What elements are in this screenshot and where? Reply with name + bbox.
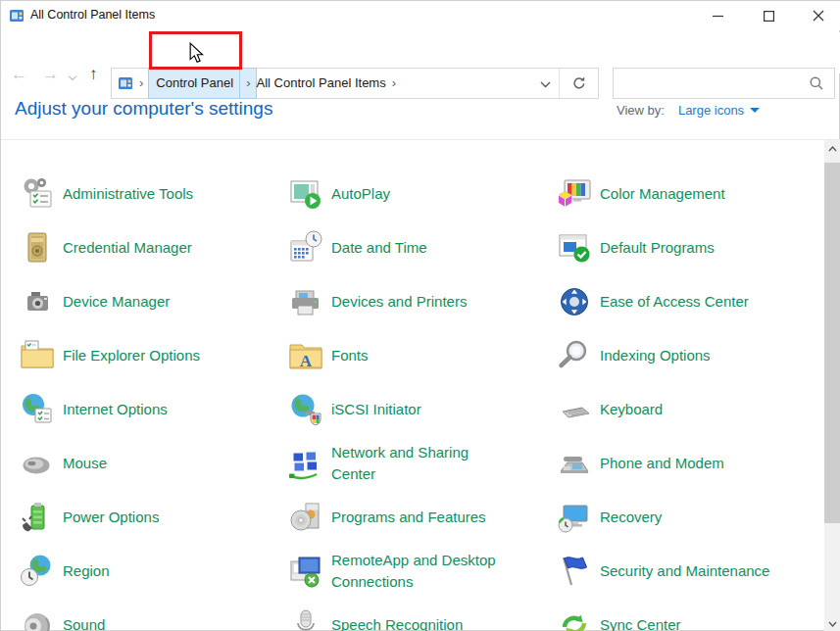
- item-label: AutoPlay: [331, 183, 390, 205]
- control-panel-item[interactable]: Default Programs: [556, 220, 824, 274]
- iscsi-initiator-icon: [287, 391, 324, 428]
- item-label: Programs and Features: [331, 507, 486, 528]
- minimize-button[interactable]: [695, 1, 740, 30]
- item-label: Date and Time: [331, 237, 427, 259]
- date-time-icon: [287, 229, 324, 267]
- close-icon: [813, 10, 824, 22]
- item-label: Indexing Options: [600, 345, 711, 366]
- control-panel-item[interactable]: Sync Center: [556, 598, 824, 631]
- internet-options-icon: [19, 391, 56, 428]
- remoteapp-icon: [287, 553, 324, 590]
- control-panel-item[interactable]: Device Manager: [19, 274, 287, 328]
- default-programs-icon: [556, 229, 593, 267]
- view-by-label: View by:: [617, 103, 665, 118]
- control-panel-item[interactable]: Security and Maintenance: [556, 544, 824, 598]
- item-label: Credential Manager: [63, 237, 192, 259]
- ease-of-access-icon: [556, 283, 593, 320]
- scroll-up-button[interactable]: [824, 140, 840, 157]
- control-panel-item[interactable]: Keyboard: [556, 382, 824, 436]
- recent-pages-chevron-icon[interactable]: [68, 68, 77, 84]
- close-button[interactable]: [796, 1, 840, 30]
- back-button[interactable]: ←: [11, 66, 27, 82]
- speech-recognition-icon: [287, 607, 324, 631]
- control-panel-item[interactable]: Sound: [19, 598, 287, 631]
- breadcrumb-separator[interactable]: ›: [240, 69, 256, 98]
- control-panel-item[interactable]: Indexing Options: [556, 328, 824, 382]
- maximize-button[interactable]: [746, 1, 791, 30]
- sound-icon: [19, 607, 56, 631]
- phone-modem-icon: [556, 445, 593, 482]
- mouse-icon: [19, 445, 56, 482]
- item-label: Color Management: [600, 183, 725, 205]
- search-icon[interactable]: [809, 75, 824, 91]
- breadcrumb-separator[interactable]: ›: [386, 69, 402, 98]
- scroll-down-button[interactable]: [824, 615, 840, 631]
- item-label: Security and Maintenance: [600, 560, 769, 582]
- view-by-dropdown[interactable]: Large icons: [678, 103, 744, 118]
- search-box[interactable]: [613, 68, 835, 99]
- power-options-icon: [19, 499, 56, 536]
- item-label: Sound: [63, 614, 105, 631]
- control-panel-item[interactable]: Region: [19, 544, 287, 598]
- control-panel-item[interactable]: Credential Manager: [19, 220, 287, 274]
- item-label: Mouse: [63, 453, 107, 474]
- control-panel-item[interactable]: Programs and Features: [287, 490, 556, 544]
- refresh-icon: [571, 75, 587, 91]
- window-title: All Control Panel Items: [30, 8, 155, 22]
- control-panel-item[interactable]: Color Management: [556, 167, 824, 220]
- maximize-icon: [764, 11, 774, 22]
- control-panel-item[interactable]: iSCSI Initiator: [287, 382, 556, 436]
- breadcrumb-separator: ›: [133, 69, 149, 98]
- item-label: RemoteApp and Desktop Connections: [331, 550, 496, 593]
- item-label: Devices and Printers: [331, 291, 467, 313]
- credential-manager-icon: [19, 229, 56, 267]
- refresh-button[interactable]: [559, 69, 598, 98]
- chevron-down-icon[interactable]: [750, 108, 760, 113]
- item-label: Phone and Modem: [600, 453, 724, 474]
- region-icon: [19, 553, 56, 590]
- item-label: Ease of Access Center: [600, 291, 749, 313]
- control-panel-item[interactable]: Ease of Access Center: [556, 274, 824, 328]
- control-panel-window: All Control Panel Items ← → ↑ › Control …: [0, 0, 840, 631]
- scrollbar-thumb[interactable]: [824, 163, 840, 523]
- navigation-bar: ← → ↑ › Control Panel › All Control Pane…: [1, 32, 840, 73]
- control-panel-item[interactable]: AutoPlay: [287, 167, 556, 220]
- control-panel-item[interactable]: Mouse: [19, 436, 287, 490]
- control-panel-items-grid: Administrative ToolsAutoPlayColor Manage…: [1, 140, 824, 631]
- programs-features-icon: [287, 499, 324, 536]
- item-label: File Explorer Options: [63, 345, 200, 366]
- item-label: Keyboard: [600, 399, 663, 420]
- item-label: Power Options: [63, 507, 159, 528]
- forward-button[interactable]: →: [42, 66, 59, 82]
- item-label: Region: [63, 560, 110, 582]
- vertical-scrollbar[interactable]: [824, 140, 840, 631]
- control-panel-item[interactable]: Administrative Tools: [19, 167, 287, 220]
- autoplay-icon: [287, 175, 324, 213]
- control-panel-item[interactable]: File Explorer Options: [19, 328, 287, 382]
- file-explorer-options-icon: [19, 337, 56, 374]
- control-panel-item[interactable]: Recovery: [556, 490, 824, 544]
- device-manager-icon: [19, 283, 56, 320]
- control-panel-item[interactable]: Network and Sharing Center: [287, 436, 556, 490]
- security-maintenance-icon: [556, 553, 593, 590]
- breadcrumb-all-control-panel-items[interactable]: All Control Panel Items: [256, 69, 385, 98]
- control-panel-icon: [118, 75, 133, 91]
- control-panel-item[interactable]: Power Options: [19, 490, 287, 544]
- svg-text:A: A: [300, 351, 313, 369]
- search-input[interactable]: [614, 70, 809, 97]
- control-panel-item[interactable]: RemoteApp and Desktop Connections: [287, 544, 556, 598]
- control-panel-item[interactable]: Internet Options: [19, 382, 287, 436]
- view-by-control: View by: Large icons: [617, 103, 760, 118]
- address-bar[interactable]: › Control Panel › All Control Panel Item…: [111, 68, 599, 99]
- control-panel-item[interactable]: Devices and Printers: [287, 274, 556, 328]
- up-button[interactable]: ↑: [89, 66, 98, 82]
- control-panel-item[interactable]: AFonts: [287, 328, 556, 382]
- item-label: Internet Options: [63, 399, 168, 420]
- control-panel-item[interactable]: Speech Recognition: [287, 598, 556, 631]
- breadcrumb-control-panel[interactable]: Control Panel: [149, 69, 240, 98]
- control-panel-item[interactable]: Phone and Modem: [556, 436, 824, 490]
- item-label: Administrative Tools: [63, 183, 193, 205]
- item-label: Recovery: [600, 507, 662, 528]
- control-panel-item[interactable]: Date and Time: [287, 220, 556, 274]
- address-dropdown-chevron-icon[interactable]: [531, 74, 559, 92]
